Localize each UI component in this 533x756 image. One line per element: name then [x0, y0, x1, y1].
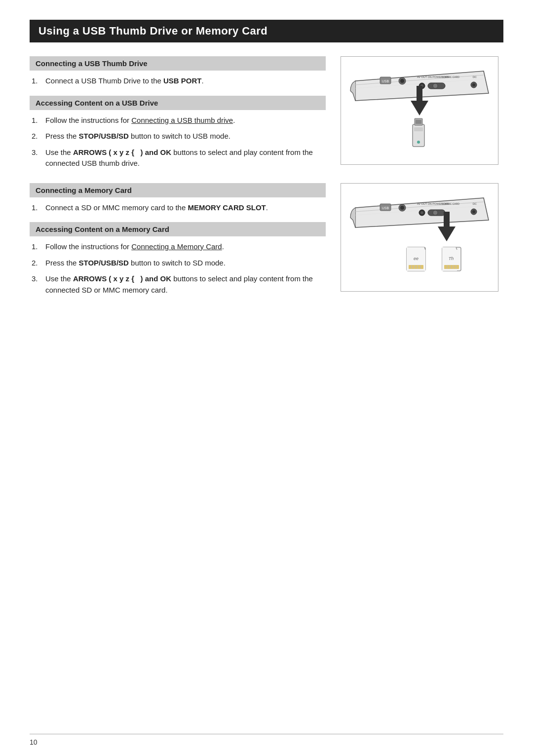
step-text: Use the ARROWS ( x y z { ) and OK button… [45, 273, 326, 296]
svg-text:ee: ee [414, 256, 419, 261]
svg-point-10 [433, 83, 438, 88]
usb-device-illustration: USB AV OUT ON POWER OFF SD/MMC CARD [341, 56, 498, 165]
connecting-memory-block: Connecting a Memory Card 1. Connect a SD… [30, 183, 326, 214]
step-text: Connect a SD or MMC memory card to the M… [45, 202, 268, 214]
svg-point-28 [420, 211, 423, 214]
list-item: 1. Connect a USB Thumb Drive to the USB … [30, 76, 326, 87]
page-title: Using a USB Thumb Drive or Memory Card [30, 20, 503, 42]
memory-right-col: USB AV OUT ON POWER OFF SD/MMC CARD DC [341, 183, 503, 305]
memory-device-illustration: USB AV OUT ON POWER OFF SD/MMC CARD DC [341, 183, 498, 292]
svg-text:SD/MMC CARD: SD/MMC CARD [442, 76, 459, 78]
svg-marker-13 [411, 101, 428, 115]
list-item: 3. Use the ARROWS ( x y z { ) and OK but… [30, 273, 326, 296]
connecting-usb-block: Connecting a USB Thumb Drive 1. Connect … [30, 56, 326, 87]
list-item: 3. Use the ARROWS ( x y z { ) and OK but… [30, 147, 326, 169]
accessing-memory-header: Accessing Content on a Memory Card [30, 222, 326, 236]
page-number-area: 10 [30, 734, 503, 746]
step-num: 2. [32, 258, 41, 269]
memory-left-col: Connecting a Memory Card 1. Connect a SD… [30, 183, 326, 305]
svg-text:SD/MMC CARD: SD/MMC CARD [442, 202, 459, 205]
list-item: 1. Follow the instructions for Connectin… [30, 241, 326, 253]
usb-device-svg: USB AV OUT ON POWER OFF SD/MMC CARD [345, 61, 494, 160]
step-num: 3. [32, 273, 41, 296]
svg-text:Th: Th [449, 256, 454, 261]
usb-port-label: USB PORT [163, 76, 202, 85]
list-item: 1. Connect a SD or MMC memory card to th… [30, 202, 326, 214]
list-item: 2. Press the STOP/USB/SD button to switc… [30, 131, 326, 142]
svg-rect-18 [414, 127, 423, 131]
connecting-usb-header: Connecting a USB Thumb Drive [30, 56, 326, 71]
connecting-usb-link[interactable]: Connecting a USB thumb drive [131, 116, 233, 124]
svg-text:DC: DC [473, 202, 477, 205]
svg-rect-17 [416, 120, 421, 124]
connecting-memory-link[interactable]: Connecting a Memory Card [131, 242, 222, 251]
arrows-ok-label2: ARROWS ( x y z { ) and OK [73, 274, 171, 283]
step-num: 1. [32, 76, 41, 87]
step-num: 3. [32, 147, 41, 169]
svg-rect-14 [417, 86, 422, 102]
svg-point-23 [400, 206, 404, 210]
svg-rect-43 [444, 265, 459, 269]
accessing-memory-block: Accessing Content on a Memory Card 1. Fo… [30, 222, 326, 296]
accessing-usb-block: Accessing Content on a USB Drive 1. Foll… [30, 96, 326, 169]
memory-card-slot-label: MEMORY CARD SLOT [188, 203, 266, 212]
accessing-usb-list: 1. Follow the instructions for Connectin… [30, 115, 326, 169]
stop-usb-sd-label: STOP/USB/SD [79, 132, 129, 140]
step-text: Follow the instructions for Connecting a… [45, 241, 224, 253]
step-num: 2. [32, 131, 41, 142]
svg-point-12 [472, 83, 475, 86]
svg-point-30 [433, 210, 438, 215]
svg-point-19 [417, 141, 420, 144]
svg-rect-36 [409, 265, 423, 269]
usb-section-row: Connecting a USB Thumb Drive 1. Connect … [30, 56, 503, 178]
arrows-ok-label: ARROWS ( x y z { ) and OK [73, 148, 171, 156]
usb-right-col: USB AV OUT ON POWER OFF SD/MMC CARD [341, 56, 503, 178]
connecting-usb-list: 1. Connect a USB Thumb Drive to the USB … [30, 76, 326, 87]
page-container: Using a USB Thumb Drive or Memory Card C… [0, 0, 533, 334]
accessing-memory-list: 1. Follow the instructions for Connectin… [30, 241, 326, 296]
svg-rect-34 [444, 212, 450, 227]
svg-text:USB: USB [382, 79, 389, 83]
page-number: 10 [30, 738, 38, 746]
step-text: Use the ARROWS ( x y z { ) and OK button… [45, 147, 326, 169]
list-item: 2. Press the STOP/USB/SD button to switc… [30, 258, 326, 269]
step-num: 1. [32, 202, 41, 214]
svg-marker-33 [438, 227, 456, 241]
accessing-usb-header: Accessing Content on a USB Drive [30, 96, 326, 110]
usb-left-col: Connecting a USB Thumb Drive 1. Connect … [30, 56, 326, 178]
step-text: Press the STOP/USB/SD button to switch t… [45, 131, 230, 142]
step-text: Follow the instructions for Connecting a… [45, 115, 235, 126]
svg-point-32 [472, 210, 475, 213]
svg-point-3 [400, 79, 404, 83]
stop-usb-sd-label2: STOP/USB/SD [79, 259, 129, 267]
step-text: Connect a USB Thumb Drive to the USB POR… [45, 76, 204, 87]
step-num: 1. [32, 115, 41, 126]
list-item: 1. Follow the instructions for Connectin… [30, 115, 326, 126]
step-num: 1. [32, 241, 41, 253]
memory-device-svg: USB AV OUT ON POWER OFF SD/MMC CARD DC [345, 188, 494, 287]
memory-section-row: Connecting a Memory Card 1. Connect a SD… [30, 183, 503, 305]
svg-text:DC: DC [473, 76, 477, 78]
svg-text:USB: USB [382, 206, 389, 210]
connecting-memory-header: Connecting a Memory Card [30, 183, 326, 197]
connecting-memory-list: 1. Connect a SD or MMC memory card to th… [30, 202, 326, 214]
step-text: Press the STOP/USB/SD button to switch t… [45, 258, 226, 269]
